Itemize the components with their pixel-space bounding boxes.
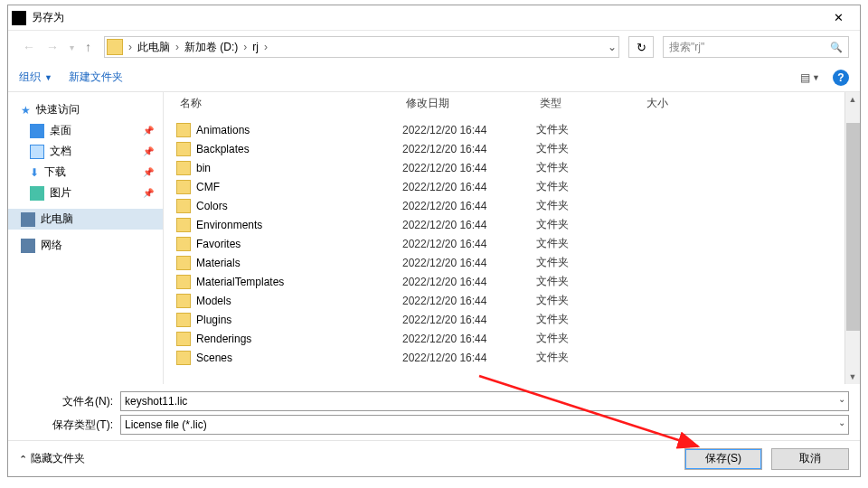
- breadcrumb-root[interactable]: 此电脑: [136, 38, 172, 57]
- row-date: 2022/12/20 16:44: [402, 352, 536, 364]
- column-size[interactable]: 大小: [643, 96, 715, 111]
- pin-icon: 📌: [143, 188, 154, 198]
- row-date: 2022/12/20 16:44: [402, 295, 536, 307]
- row-type: 文件夹: [536, 122, 643, 137]
- pin-icon: 📌: [143, 126, 154, 136]
- folder-icon: [176, 294, 191, 308]
- breadcrumb[interactable]: › 此电脑 › 新加卷 (D:) › rj › ⌄: [104, 36, 619, 58]
- help-button[interactable]: ?: [833, 70, 849, 86]
- view-options-button[interactable]: ▤▼: [800, 71, 820, 84]
- filetype-label: 保存类型(T):: [19, 418, 120, 433]
- chevron-right-icon: ›: [260, 41, 271, 53]
- row-date: 2022/12/20 16:44: [402, 333, 536, 345]
- table-row[interactable]: Backplates2022/12/20 16:44文件夹: [164, 139, 844, 158]
- row-type: 文件夹: [536, 160, 643, 175]
- sidebar-pictures[interactable]: 图片📌: [8, 183, 163, 203]
- filetype-select[interactable]: License file (*.lic): [120, 415, 849, 435]
- chevron-up-icon: [19, 453, 27, 465]
- row-type: 文件夹: [536, 141, 643, 156]
- row-name: Favorites: [196, 238, 402, 250]
- folder-icon: [176, 199, 191, 213]
- scroll-up-icon[interactable]: ▲: [845, 92, 860, 107]
- search-input[interactable]: 搜索"rj": [663, 36, 849, 58]
- sidebar-quick-access[interactable]: ★快速访问: [8, 99, 163, 120]
- row-name: Models: [196, 295, 402, 307]
- sidebar-desktop[interactable]: 桌面📌: [8, 120, 163, 141]
- pin-icon: 📌: [143, 167, 154, 177]
- footer: 隐藏文件夹 保存(S) 取消: [8, 440, 860, 476]
- file-pane: 名称 修改日期 类型 大小 Animations2022/12/20 16:44…: [164, 92, 860, 384]
- sidebar: ★快速访问 桌面📌 文档📌 ⬇下载📌 图片📌 此电脑 网络: [8, 92, 164, 384]
- row-date: 2022/12/20 16:44: [402, 276, 536, 288]
- table-row[interactable]: Environments2022/12/20 16:44文件夹: [164, 215, 844, 234]
- row-name: MaterialTemplates: [196, 276, 402, 288]
- table-row[interactable]: Renderings2022/12/20 16:44文件夹: [164, 329, 844, 348]
- folder-icon: [176, 332, 191, 346]
- refresh-button[interactable]: [628, 36, 654, 58]
- row-date: 2022/12/20 16:44: [402, 257, 536, 269]
- column-headers[interactable]: 名称 修改日期 类型 大小: [164, 92, 844, 117]
- vertical-scrollbar[interactable]: ▲ ▼: [844, 92, 860, 384]
- row-name: Environments: [196, 219, 402, 231]
- breadcrumb-dropdown[interactable]: ⌄: [604, 41, 617, 53]
- chevron-down-icon[interactable]: ⌄: [838, 418, 845, 427]
- row-type: 文件夹: [536, 331, 643, 346]
- folder-icon: [176, 218, 191, 232]
- up-button[interactable]: ↑: [81, 40, 95, 54]
- cancel-button[interactable]: 取消: [771, 448, 849, 470]
- app-icon: [12, 11, 26, 25]
- row-type: 文件夹: [536, 350, 643, 365]
- new-folder-button[interactable]: 新建文件夹: [69, 70, 123, 85]
- dialog-body: ★快速访问 桌面📌 文档📌 ⬇下载📌 图片📌 此电脑 网络 名称 修改日期 类型…: [8, 92, 860, 384]
- table-row[interactable]: Plugins2022/12/20 16:44文件夹: [164, 310, 844, 329]
- titlebar: 另存为: [8, 5, 860, 31]
- row-name: Animations: [196, 124, 402, 136]
- breadcrumb-drive[interactable]: 新加卷 (D:): [183, 38, 240, 57]
- filename-form: 文件名(N): keyshot11.lic ⌄ 保存类型(T): License…: [8, 384, 860, 440]
- column-date[interactable]: 修改日期: [402, 96, 536, 111]
- sidebar-network[interactable]: 网络: [8, 235, 163, 256]
- row-date: 2022/12/20 16:44: [402, 162, 536, 174]
- table-row[interactable]: bin2022/12/20 16:44文件夹: [164, 158, 844, 177]
- table-row[interactable]: Materials2022/12/20 16:44文件夹: [164, 253, 844, 272]
- row-type: 文件夹: [536, 255, 643, 270]
- row-date: 2022/12/20 16:44: [402, 200, 536, 212]
- recent-dropdown[interactable]: ▾: [66, 42, 78, 52]
- back-button[interactable]: ←: [19, 40, 39, 54]
- sidebar-documents[interactable]: 文档📌: [8, 141, 163, 162]
- row-type: 文件夹: [536, 198, 643, 213]
- column-type[interactable]: 类型: [536, 96, 643, 111]
- row-type: 文件夹: [536, 217, 643, 232]
- folder-icon: [176, 313, 191, 327]
- table-row[interactable]: Scenes2022/12/20 16:44文件夹: [164, 348, 844, 367]
- row-name: Materials: [196, 257, 402, 269]
- folder-icon: [176, 237, 191, 251]
- hide-folders-toggle[interactable]: 隐藏文件夹: [19, 451, 85, 466]
- row-date: 2022/12/20 16:44: [402, 219, 536, 231]
- sidebar-this-pc[interactable]: 此电脑: [8, 209, 163, 230]
- table-row[interactable]: Animations2022/12/20 16:44文件夹: [164, 120, 844, 139]
- organize-menu[interactable]: 组织 ▼: [19, 70, 52, 85]
- table-row[interactable]: Favorites2022/12/20 16:44文件夹: [164, 234, 844, 253]
- forward-button[interactable]: →: [42, 40, 62, 54]
- folder-icon: [176, 142, 191, 156]
- close-button[interactable]: [820, 5, 856, 30]
- file-list[interactable]: 名称 修改日期 类型 大小 Animations2022/12/20 16:44…: [164, 92, 844, 384]
- folder-icon: [107, 39, 123, 55]
- sidebar-downloads[interactable]: ⬇下载📌: [8, 162, 163, 183]
- table-row[interactable]: Colors2022/12/20 16:44文件夹: [164, 196, 844, 215]
- table-row[interactable]: Models2022/12/20 16:44文件夹: [164, 291, 844, 310]
- folder-icon: [176, 256, 191, 270]
- filename-input[interactable]: keyshot11.lic: [120, 391, 849, 411]
- scrollbar-thumb[interactable]: [846, 123, 860, 331]
- table-row[interactable]: MaterialTemplates2022/12/20 16:44文件夹: [164, 272, 844, 291]
- pin-icon: 📌: [143, 146, 154, 156]
- chevron-down-icon[interactable]: ⌄: [838, 394, 845, 404]
- table-row[interactable]: CMF2022/12/20 16:44文件夹: [164, 177, 844, 196]
- save-button[interactable]: 保存(S): [684, 448, 762, 470]
- scroll-down-icon[interactable]: ▼: [845, 370, 860, 384]
- search-placeholder: 搜索"rj": [669, 40, 704, 55]
- breadcrumb-folder[interactable]: rj: [250, 39, 260, 55]
- column-name[interactable]: 名称: [176, 96, 402, 111]
- row-type: 文件夹: [536, 293, 643, 308]
